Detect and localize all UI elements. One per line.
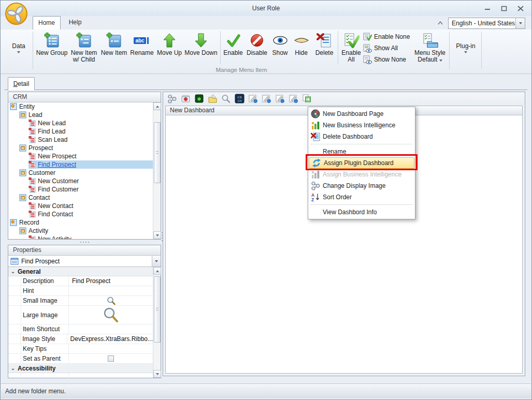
- button-separator: [220, 31, 221, 64]
- data-button[interactable]: Data: [5, 29, 33, 66]
- move-down-button[interactable]: Move Down: [183, 29, 219, 56]
- menu-item-sort-order[interactable]: AZ Sort Order: [308, 191, 415, 203]
- properties-grid: ⌄General DescriptionFind Prospect Hint S…: [8, 267, 153, 378]
- chevron-down-icon: [464, 51, 467, 53]
- new-group-button[interactable]: New Group: [36, 29, 68, 56]
- enable-button[interactable]: Enable: [222, 29, 245, 56]
- arrow-up-icon: [162, 32, 177, 49]
- scroll-down-button[interactable]: [153, 370, 161, 378]
- close-button[interactable]: [515, 4, 526, 12]
- horizontal-splitter[interactable]: [8, 240, 161, 245]
- note-edit-tool-4[interactable]: [288, 94, 298, 104]
- tree-item-lead[interactable]: Lead: [8, 111, 153, 119]
- menu-item-assign-plugin-dashboard[interactable]: Assign Plugin Dashboard: [309, 157, 414, 169]
- tree-item-scan-lead[interactable]: Scan Lead: [8, 136, 153, 144]
- menu-item-new-dashboard-page[interactable]: New Dashboard Page: [308, 108, 415, 120]
- first-aid-tool[interactable]: [180, 94, 191, 104]
- new-item-button[interactable]: New Item: [100, 29, 128, 56]
- property-row-set-as-parent[interactable]: Set as Parent: [8, 354, 153, 364]
- properties-item-selector[interactable]: Find Prospect: [8, 256, 161, 267]
- tree-item-activity[interactable]: Activity: [8, 227, 153, 235]
- tree-item-new-activity[interactable]: New Activity: [8, 235, 153, 239]
- eye-open-icon: [272, 32, 289, 49]
- selector-dropdown-button[interactable]: [152, 256, 161, 266]
- property-row-item-shortcut[interactable]: Item Shortcut: [8, 324, 153, 334]
- tree-item-find-customer[interactable]: Find Customer: [8, 185, 153, 194]
- properties-panel-header: Properties: [8, 245, 161, 256]
- property-row-key-tips[interactable]: Key Tips: [8, 344, 153, 354]
- plugin-badge-tool[interactable]: ✱: [194, 94, 204, 104]
- move-up-button[interactable]: Move Up: [156, 29, 183, 56]
- tree-item-record[interactable]: Record: [8, 218, 153, 227]
- section-accessibility[interactable]: ⌄Accessibility: [8, 364, 153, 373]
- entity-icon: [10, 219, 17, 226]
- property-row-image-style[interactable]: Image StyleDevExpress.XtraBars.Ribbo...: [8, 334, 153, 344]
- checklist-eye-small-icon: [363, 55, 372, 64]
- tree-item-new-customer[interactable]: New Customer: [8, 177, 153, 185]
- application-logo-icon[interactable]: [5, 2, 28, 25]
- cs-sn-tool[interactable]: CSSN: [234, 94, 245, 104]
- note-edit-tool-1[interactable]: [248, 94, 258, 104]
- menu-item-assign-business-intelligence[interactable]: Assign Business Intelligence: [308, 169, 415, 180]
- export-arrow-icon: [302, 94, 312, 103]
- property-row-small-image[interactable]: Small Image: [8, 296, 153, 306]
- tab-home[interactable]: Home: [33, 16, 61, 29]
- tree-item-new-lead[interactable]: New Lead: [8, 119, 153, 127]
- rename-button[interactable]: abc Rename: [128, 29, 156, 56]
- enable-none-button[interactable]: Enable None: [363, 32, 414, 41]
- section-general[interactable]: ⌄General: [8, 267, 153, 276]
- language-dropdown-button[interactable]: [515, 18, 525, 28]
- property-row-hint[interactable]: Hint: [8, 286, 153, 296]
- new-item-w-child-button[interactable]: New Item w/ Child: [68, 29, 100, 63]
- search-tool[interactable]: [221, 94, 231, 104]
- scroll-up-button[interactable]: [153, 102, 161, 110]
- tree-item-new-prospect[interactable]: New Prospect: [8, 152, 153, 160]
- tree-item-new-contact[interactable]: New Contact: [8, 202, 153, 210]
- tab-detail[interactable]: Detail: [8, 77, 35, 90]
- menu-style-button[interactable]: Menu Style Default: [414, 29, 446, 63]
- show-none-button[interactable]: Show None: [363, 55, 414, 64]
- scroll-thumb[interactable]: [154, 276, 161, 343]
- note-edit-tool-2[interactable]: [261, 94, 271, 104]
- tree-item-entity[interactable]: Entity: [8, 102, 153, 111]
- enable-all-button[interactable]: Enable All: [339, 29, 363, 63]
- tree-scrollbar[interactable]: [153, 102, 161, 239]
- restore-button[interactable]: [498, 4, 510, 12]
- tree-item-find-lead[interactable]: Find Lead: [8, 127, 153, 136]
- note-edit-tool-3[interactable]: [275, 94, 285, 104]
- disable-button[interactable]: Disable: [245, 29, 269, 56]
- hide-button[interactable]: Hide: [291, 29, 312, 56]
- scroll-down-button[interactable]: [153, 231, 161, 239]
- menu-item-delete-dashboard[interactable]: Delete Dashboard: [308, 131, 415, 142]
- minimize-button[interactable]: [482, 4, 493, 12]
- scroll-up-button[interactable]: [153, 267, 161, 275]
- property-row-large-image[interactable]: Large Image: [8, 306, 153, 324]
- tree-item-find-prospect-selected[interactable]: Find Prospect: [8, 160, 153, 169]
- tree-item-customer[interactable]: Customer: [8, 169, 153, 177]
- tree-item-prospect[interactable]: Prospect: [8, 144, 153, 152]
- tree-item-find-contact[interactable]: Find Contact: [8, 210, 153, 218]
- export-tool[interactable]: [301, 94, 312, 104]
- note-edit-icon: [248, 94, 258, 103]
- status-bar: Add new folder menu.: [1, 383, 531, 398]
- plugin-button[interactable]: Plug-in: [450, 29, 481, 66]
- folder-edit-tool[interactable]: [207, 94, 218, 104]
- tree-item-contact[interactable]: Contact: [8, 194, 153, 202]
- tab-help[interactable]: Help: [63, 16, 88, 29]
- menu-item-change-display-image[interactable]: Change Display Image: [308, 180, 415, 191]
- change-display-image-tool[interactable]: [167, 94, 177, 104]
- scroll-thumb[interactable]: [154, 122, 161, 183]
- menu-item-view-dashbord-info[interactable]: View Dashbord Info: [308, 206, 415, 218]
- show-button[interactable]: Show: [269, 29, 291, 56]
- menu-item-rename[interactable]: Rename: [308, 146, 415, 157]
- property-row-description[interactable]: DescriptionFind Prospect: [8, 276, 153, 286]
- ribbon-collapse-button[interactable]: [436, 19, 444, 27]
- language-select[interactable]: English - United States: [448, 18, 525, 29]
- show-all-button[interactable]: Show All: [363, 43, 414, 53]
- properties-scrollbar[interactable]: [153, 267, 161, 378]
- checklist-eye-small-icon: [363, 44, 372, 53]
- menu-item-new-business-intelligence[interactable]: New Business Intelligence: [308, 120, 415, 131]
- set-as-parent-checkbox[interactable]: [108, 355, 114, 362]
- note-edit-icon: [275, 94, 285, 103]
- delete-button[interactable]: Delete: [312, 29, 337, 56]
